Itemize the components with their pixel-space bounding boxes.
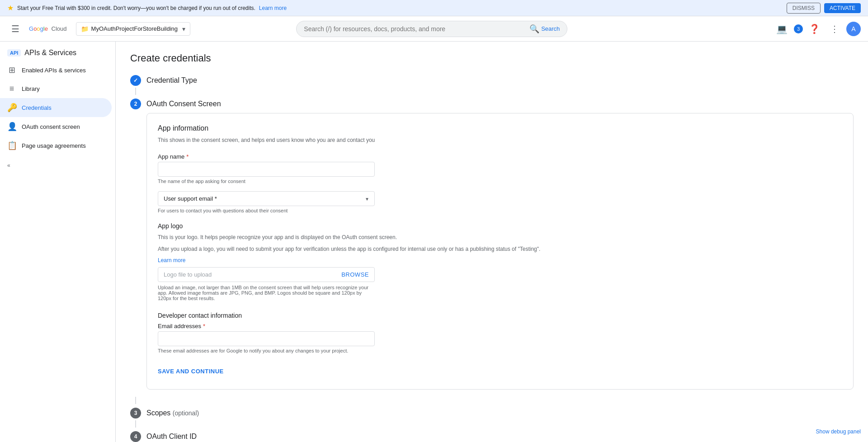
- sidebar-item-library[interactable]: ≡ Library: [0, 80, 112, 98]
- sidebar-item-oauth[interactable]: 👤 OAuth consent screen: [0, 117, 112, 136]
- grid-icon: ⊞: [7, 65, 16, 75]
- app-logo-desc2: After you upload a logo, you will need t…: [158, 245, 842, 253]
- sidebar-title: APIs & Services: [24, 49, 76, 57]
- sidebar-api-header: API APIs & Services: [0, 42, 115, 61]
- main-content: Create credentials ✓ Credential Type 2 O…: [116, 42, 868, 442]
- app-logo-desc1: This is your logo. It helps people recog…: [158, 233, 842, 241]
- api-badge: API: [7, 49, 21, 56]
- logo-text: Google Cloud: [29, 25, 67, 32]
- step-4-title: OAuth Client ID: [146, 433, 197, 441]
- app-logo-title: App logo: [158, 222, 842, 230]
- app-info-desc: This shows in the consent screen, and he…: [158, 136, 842, 144]
- step-2-header: 2 OAuth Consent Screen: [130, 99, 854, 109]
- star-icon: ★: [7, 4, 14, 12]
- user-support-email-wrapper: User support email *: [158, 191, 375, 206]
- collapse-icon: «: [7, 162, 10, 169]
- top-banner: ★ Start your Free Trial with $300 in cre…: [0, 0, 868, 16]
- app-info-title: App information: [158, 124, 842, 132]
- step-3-section: 3 Scopes (optional): [130, 408, 854, 428]
- help-button[interactable]: ❓: [807, 21, 823, 37]
- avatar[interactable]: A: [846, 22, 861, 36]
- step-2-title: OAuth Consent Screen: [146, 100, 221, 108]
- sidebar-item-enabled[interactable]: ⊞ Enabled APIs & services: [0, 61, 112, 80]
- page-title: Create credentials: [130, 52, 854, 64]
- user-support-email-select[interactable]: User support email *: [158, 191, 375, 206]
- step-3-circle: 3: [130, 408, 141, 418]
- project-name: MyOAuthProjectForStoreBuilding: [91, 25, 178, 32]
- credentials-icon: 🔑: [7, 103, 16, 113]
- browse-button[interactable]: BROWSE: [341, 271, 369, 278]
- logo-upload-hint: Upload an image, not larger than 1MB on …: [158, 285, 375, 301]
- hamburger-menu-button[interactable]: ☰: [7, 21, 24, 37]
- step-2-section: 2 OAuth Consent Screen App information T…: [130, 99, 854, 404]
- header-actions: 💻 3 ❓ ⋮ A: [774, 21, 861, 37]
- search-icon: 🔍: [529, 24, 539, 34]
- search-button[interactable]: 🔍 Search: [529, 24, 560, 34]
- project-selector[interactable]: 📁 MyOAuthProjectForStoreBuilding ▾: [76, 22, 190, 36]
- step-2-circle: 2: [130, 99, 141, 109]
- dismiss-button[interactable]: DISMISS: [787, 3, 821, 14]
- step-4-header: 4 OAuth Client ID: [130, 431, 854, 442]
- terminal-button[interactable]: 💻: [774, 21, 790, 37]
- developer-contact-title: Developer contact information: [158, 312, 842, 319]
- app-name-required-star: *: [186, 153, 189, 160]
- app-information-section: App information This shows in the consen…: [146, 113, 854, 390]
- google-cloud-logo[interactable]: Google Cloud: [29, 25, 67, 32]
- step-1-header: ✓ Credential Type: [130, 75, 854, 86]
- folder-icon: 📁: [81, 25, 89, 33]
- app-name-input[interactable]: [158, 162, 375, 177]
- step-4-circle: 4: [130, 431, 141, 442]
- step-3-title: Scopes (optional): [146, 409, 199, 417]
- app-name-label: App name *: [158, 153, 842, 160]
- sidebar-item-oauth-label: OAuth consent screen: [22, 123, 80, 130]
- search-input[interactable]: [304, 25, 526, 33]
- library-icon: ≡: [7, 84, 16, 94]
- banner-learn-more-link[interactable]: Learn more: [259, 5, 287, 11]
- step-1-connector: [135, 88, 136, 95]
- notification-badge[interactable]: 3: [794, 24, 803, 33]
- search-bar: 🔍 Search: [296, 21, 567, 37]
- header: ☰ Google Cloud 📁 MyOAuthProjectForStoreB…: [0, 16, 868, 42]
- email-addresses-hint: These email addresses are for Google to …: [158, 348, 842, 353]
- sidebar-item-credentials-label: Credentials: [22, 104, 52, 111]
- step-3-header: 3 Scopes (optional): [130, 408, 854, 418]
- sidebar-item-library-label: Library: [22, 85, 40, 92]
- logo-upload-area: Logo file to upload BROWSE: [158, 267, 375, 282]
- step-1-circle: ✓: [130, 75, 141, 86]
- chevron-down-icon: ▾: [182, 25, 185, 33]
- email-addresses-field: Email addresses * These email addresses …: [158, 323, 842, 353]
- sidebar-nav: ⊞ Enabled APIs & services ≡ Library 🔑 Cr…: [0, 61, 115, 155]
- app-logo-learn-more-link[interactable]: Learn more: [158, 257, 185, 263]
- app-name-hint: The name of the app asking for consent: [158, 179, 842, 184]
- step-3-connector: [135, 420, 136, 428]
- email-addresses-input[interactable]: [158, 331, 375, 346]
- banner-text: Start your Free Trial with $300 in credi…: [17, 5, 255, 11]
- logo-upload-placeholder: Logo file to upload: [164, 271, 212, 278]
- user-support-email-field: User support email * For users to contac…: [158, 191, 842, 213]
- oauth-icon: 👤: [7, 122, 16, 132]
- more-options-button[interactable]: ⋮: [826, 21, 843, 37]
- sidebar-item-page-usage-label: Page usage agreements: [22, 142, 86, 149]
- email-required-star: *: [203, 323, 205, 329]
- sidebar-item-page-usage[interactable]: 📋 Page usage agreements: [0, 136, 112, 155]
- app-layout: API APIs & Services ⊞ Enabled APIs & ser…: [0, 42, 868, 442]
- page-usage-icon: 📋: [7, 141, 16, 150]
- step-1-title: Credential Type: [146, 76, 197, 85]
- email-addresses-label: Email addresses *: [158, 323, 842, 329]
- step-4-section: 4 OAuth Client ID: [130, 431, 854, 442]
- sidebar: API APIs & Services ⊞ Enabled APIs & ser…: [0, 42, 116, 442]
- sidebar-item-enabled-label: Enabled APIs & services: [22, 67, 86, 74]
- app-name-field: App name * The name of the app asking fo…: [158, 153, 842, 184]
- sidebar-item-credentials[interactable]: 🔑 Credentials: [0, 98, 112, 117]
- step-1-section: ✓ Credential Type: [130, 75, 854, 95]
- debug-panel-button[interactable]: Show debug panel: [816, 428, 861, 435]
- activate-button[interactable]: ACTIVATE: [824, 3, 861, 13]
- step-2-connector: [135, 397, 136, 404]
- user-support-email-hint: For users to contact you with questions …: [158, 208, 842, 213]
- sidebar-collapse-toggle[interactable]: «: [0, 155, 115, 176]
- save-and-continue-button[interactable]: SAVE AND CONTINUE: [158, 364, 224, 378]
